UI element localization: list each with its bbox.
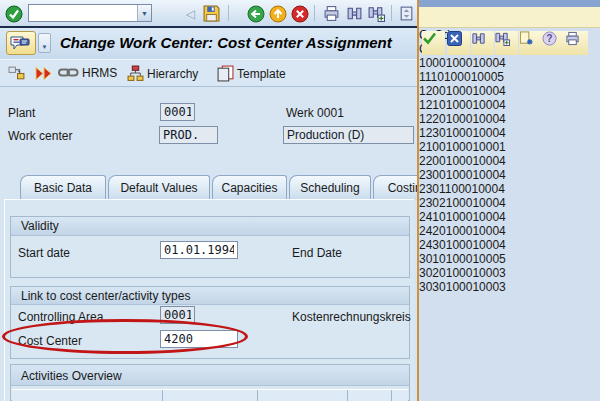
exit-icon[interactable] xyxy=(268,4,287,23)
table-cell: 4 xyxy=(499,126,506,140)
table-cell: 1110 xyxy=(419,70,444,84)
cost-center-label: Cost Center xyxy=(18,334,82,348)
table-row[interactable]: 3020100010003 xyxy=(419,266,600,280)
check-icon xyxy=(422,31,437,45)
next-screen-button[interactable] xyxy=(34,65,54,82)
table-cell: 1000 xyxy=(445,182,472,196)
table-cell: 1000 xyxy=(472,210,499,224)
command-dropdown-icon[interactable]: ▼ xyxy=(137,5,151,21)
controlling-area-label: Controlling Area xyxy=(18,310,103,324)
print-icon xyxy=(565,31,580,46)
popup-new-values-button[interactable] xyxy=(519,31,542,55)
table-cell: 1000 xyxy=(446,238,473,252)
table-row[interactable]: 2100100010001 xyxy=(419,140,600,154)
find-next-icon xyxy=(495,31,510,46)
popup-help-button[interactable]: ? xyxy=(542,31,565,55)
table-cell: 2100 xyxy=(419,140,446,154)
table-cell: 1000 xyxy=(446,154,473,168)
table-row[interactable]: 3030100010003 xyxy=(419,280,600,294)
tab-default-values[interactable]: Default Values xyxy=(108,175,210,200)
controlling-area-field[interactable] xyxy=(160,306,195,324)
copy-template-icon xyxy=(217,65,234,82)
save-icon[interactable] xyxy=(202,4,221,23)
table-row[interactable]: 1000100010004 xyxy=(419,56,600,70)
hrms-button[interactable]: HRMS xyxy=(58,65,117,80)
table-row[interactable]: 2200100010004 xyxy=(419,154,600,168)
controlling-area-description: Kostenrechnungskreis xyxy=(292,310,411,324)
table-row[interactable]: 2410100010004 xyxy=(419,210,600,224)
table-row[interactable]: 2302100010004 xyxy=(419,196,600,210)
table-cell: 1000 xyxy=(446,266,473,280)
activities-table-header xyxy=(12,389,408,401)
plant-field[interactable] xyxy=(160,103,195,121)
table-cell: 1000 xyxy=(446,280,473,294)
find-next-icon[interactable] xyxy=(367,4,386,23)
toolbar-separator xyxy=(314,5,315,21)
hierarchy-icon xyxy=(127,65,144,82)
table-row[interactable]: 1210100010004 xyxy=(419,98,600,112)
table-cell: 1000 xyxy=(472,112,499,126)
table-cell: 1000 xyxy=(472,280,499,294)
table-cell: 1000 xyxy=(472,126,499,140)
work-center-description-field[interactable] xyxy=(283,126,414,144)
work-center-structure-button[interactable] xyxy=(8,65,26,82)
popup-accept-button[interactable] xyxy=(422,31,445,55)
find-icon xyxy=(471,31,486,46)
command-field[interactable]: ▼ xyxy=(28,4,152,22)
print-icon[interactable] xyxy=(322,4,341,23)
cost-center-popup: ? Cost Ctr COAr CoCd CC 1000100010004111… xyxy=(417,0,600,401)
hide-command-field-icon[interactable]: ◁ xyxy=(181,4,200,23)
table-cell: 1000 xyxy=(446,196,473,210)
table-cell: 1000 xyxy=(472,196,499,210)
table-row[interactable]: 1230100010004 xyxy=(419,126,600,140)
hrms-label: HRMS xyxy=(82,66,117,80)
cost-center-field[interactable] xyxy=(160,330,238,348)
toolbar-separator xyxy=(391,5,392,21)
table-cell: 1000 xyxy=(472,238,499,252)
popup-print-button[interactable] xyxy=(565,31,588,55)
table-cell: 4 xyxy=(499,84,506,98)
table-cell: 3030 xyxy=(419,280,446,294)
popup-cancel-button[interactable] xyxy=(447,31,470,55)
table-row[interactable]: 1110100010005 xyxy=(419,70,600,84)
work-center-field[interactable] xyxy=(159,126,218,144)
table-row[interactable]: 1200100010004 xyxy=(419,84,600,98)
services-for-object-button[interactable] xyxy=(6,31,36,55)
start-date-field[interactable] xyxy=(160,241,238,259)
table-row[interactable]: 2300100010004 xyxy=(419,168,600,182)
validity-header: Validity xyxy=(11,217,409,236)
hierarchy-button[interactable]: Hierarchy xyxy=(127,65,198,82)
table-cell: 1000 xyxy=(446,168,473,182)
scroll-pages-icon[interactable] xyxy=(397,4,416,23)
structure-icon xyxy=(8,65,26,82)
find-icon[interactable] xyxy=(345,4,364,23)
table-cell: 4 xyxy=(499,98,506,112)
table-cell: 1000 xyxy=(446,210,473,224)
tab-basic-data[interactable]: Basic Data xyxy=(20,175,106,200)
template-button[interactable]: Template xyxy=(217,65,286,82)
tab-capacities[interactable]: Capacities xyxy=(212,175,287,200)
services-dropdown-icon[interactable]: ▼ xyxy=(38,33,51,53)
table-row[interactable]: 2301100010004 xyxy=(419,182,600,196)
tab-label: Scheduling xyxy=(300,181,359,195)
back-icon[interactable] xyxy=(246,4,265,23)
table-cell: 3 xyxy=(499,266,506,280)
table-row[interactable]: 2430100010004 xyxy=(419,238,600,252)
table-row[interactable]: 1220100010004 xyxy=(419,112,600,126)
cancel-icon[interactable] xyxy=(290,4,309,23)
enter-icon[interactable] xyxy=(4,4,23,23)
table-cell: 1000 xyxy=(472,224,499,238)
end-date-label: End Date xyxy=(292,246,342,260)
table-cell: 1000 xyxy=(419,56,446,70)
table-cell: 1000 xyxy=(472,182,499,196)
command-input[interactable] xyxy=(29,5,137,21)
popup-find-next-button[interactable] xyxy=(495,31,518,55)
table-row[interactable]: 3010100010005 xyxy=(419,252,600,266)
template-label: Template xyxy=(237,67,286,81)
table-cell: 1210 xyxy=(419,98,446,112)
tab-scheduling[interactable]: Scheduling xyxy=(289,175,371,200)
popup-find-button[interactable] xyxy=(471,31,494,55)
table-cell: 1230 xyxy=(419,126,446,140)
tab-label: Basic Data xyxy=(34,181,92,195)
table-row[interactable]: 2420100010004 xyxy=(419,224,600,238)
